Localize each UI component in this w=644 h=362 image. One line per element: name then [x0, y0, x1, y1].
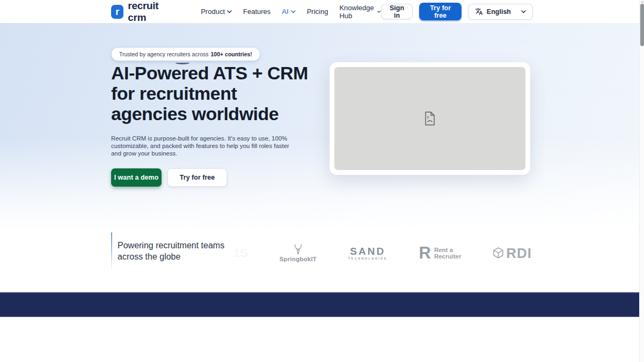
nav-item-label: Pricing — [307, 8, 328, 16]
broken-image-icon — [423, 111, 436, 126]
nav-item-product[interactable]: Product — [201, 8, 232, 16]
brand-logo[interactable]: r recruit crm — [111, 0, 174, 24]
hero-description: Recruit CRM is purpose-built for agencie… — [111, 135, 289, 157]
description-line: customizable, and packed with features t… — [111, 142, 289, 150]
rent-a-recruiter-line: Recruiter — [434, 253, 462, 260]
company-logo-rent-a-recruiter: R Rent a Recruiter — [419, 245, 462, 261]
nav-item-ai[interactable]: AI — [282, 8, 295, 16]
chevron-down-icon — [521, 10, 526, 13]
try-for-free-button[interactable]: Try for free — [419, 3, 461, 20]
nav-item-label: Product — [201, 8, 225, 16]
title-line: agencies worldwide — [111, 104, 308, 124]
rent-a-recruiter-icon: R — [419, 245, 431, 261]
translate-icon — [475, 8, 483, 16]
sand-sublabel: TECHNOLOGIES — [348, 257, 387, 260]
sand-label: SAND — [350, 247, 385, 256]
scrollbar-up-button[interactable] — [641, 1, 644, 3]
title-line: for recruitment — [111, 83, 308, 104]
scrollbar[interactable] — [639, 0, 644, 362]
description-line: Recruit CRM is purpose-built for agencie… — [111, 135, 289, 142]
sign-in-button[interactable]: Sign in — [381, 4, 413, 19]
footer-band — [0, 292, 644, 317]
rdi-label: RDI — [506, 245, 532, 262]
scrollbar-thumb[interactable] — [640, 4, 644, 46]
brand-name: recruit crm — [128, 0, 174, 24]
recruit-crm-logo-icon: r — [111, 5, 123, 19]
logos-heading: Powering recruitment teams across the gl… — [118, 240, 224, 262]
broken-image-placeholder — [334, 67, 525, 170]
company-logo-faded: 1S — [233, 246, 248, 260]
try-for-free-secondary-button[interactable]: Try for free — [167, 168, 227, 187]
language-label: English — [487, 8, 511, 16]
title-line: AI-Powered ATS + CRM — [111, 63, 308, 83]
rent-a-recruiter-label: Rent a Recruiter — [434, 247, 462, 260]
main-menu: Product Features AI Pricing Knowledge Hu… — [201, 4, 381, 20]
language-selector[interactable]: English — [468, 4, 533, 20]
rent-a-recruiter-line: Rent a — [434, 247, 462, 254]
chevron-down-icon — [227, 10, 232, 13]
hero-image-frame — [330, 62, 530, 175]
springbokit-label: SpringbokIT — [280, 256, 317, 262]
customer-logos-section: Powering recruitment teams across the gl… — [0, 231, 644, 292]
nav-item-label: Knowledge Hub — [339, 4, 375, 20]
nav-item-pricing[interactable]: Pricing — [307, 8, 328, 16]
nav-actions: Sign in Try for free English — [381, 3, 533, 20]
decorative-divider — [111, 232, 112, 271]
company-logo-springbokit: SpringbokIT — [280, 244, 317, 262]
nav-item-label: Features — [243, 8, 270, 16]
hero-section: Trusted by agency recruiters across 100+… — [0, 23, 644, 231]
springbok-icon — [293, 244, 303, 255]
description-line: and grow your business. — [111, 150, 289, 157]
company-logo-rdi: RDI — [493, 245, 532, 262]
chevron-down-icon — [291, 10, 296, 13]
nav-item-knowledge-hub[interactable]: Knowledge Hub — [339, 4, 380, 20]
logos-heading-line: Powering recruitment teams — [118, 240, 224, 251]
company-logo-sand-technologies: SAND TECHNOLOGIES — [348, 247, 387, 260]
hero-cta-group: I want a demo Try for free — [111, 168, 227, 187]
logos-heading-line: across the globe — [118, 251, 224, 262]
top-navigation: r recruit crm Product Features AI Pricin… — [0, 0, 644, 23]
rdi-cube-icon — [493, 247, 504, 259]
nav-item-features[interactable]: Features — [243, 8, 270, 16]
demo-button[interactable]: I want a demo — [111, 168, 162, 187]
nav-item-label: AI — [282, 8, 288, 16]
company-logos-row: 1S SpringbokIT SAND TECHNOLOGIES R Rent … — [233, 234, 532, 272]
trust-badge-highlight: 100+ countries! — [211, 51, 252, 57]
page-title: AI-Powered ATS + CRM for recruitment age… — [111, 63, 308, 124]
trust-badge-text: Trusted by agency recruiters across — [119, 51, 209, 57]
trust-badge: Trusted by agency recruiters across 100+… — [112, 48, 260, 61]
